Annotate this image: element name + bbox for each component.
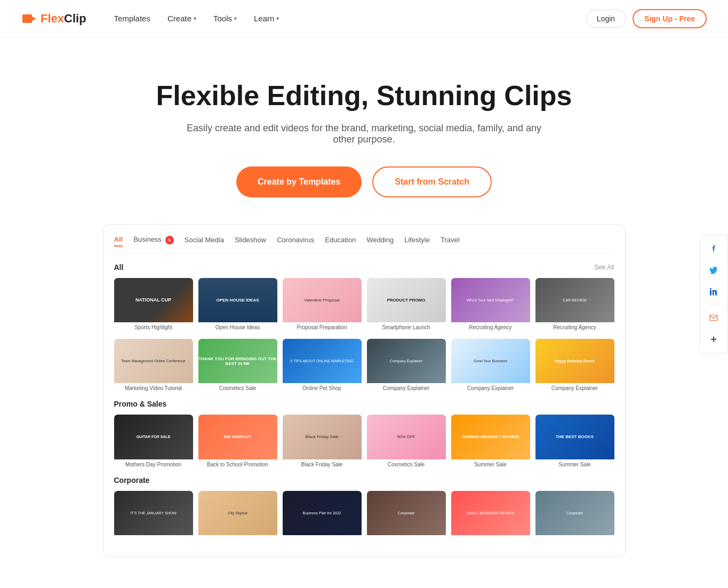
twitter-button[interactable] <box>704 261 723 280</box>
business-badge: N <box>165 236 174 244</box>
thumb-sports: NATIONAL CUP <box>114 278 193 322</box>
learn-chevron-icon: ▾ <box>276 15 279 21</box>
template-marketing[interactable]: Team Management Online Conference Market… <box>114 339 193 391</box>
facebook-icon <box>709 245 718 253</box>
thumb-corp3: Business Plan for 2022 <box>283 491 362 535</box>
thumb-company2: Grow Your Business <box>451 339 530 383</box>
template-proposal[interactable]: Valentine Proposal Proposal Preparation <box>283 278 362 330</box>
template-corp6[interactable]: Corporate <box>535 491 614 537</box>
logo[interactable]: FlexClip <box>21 10 86 27</box>
label-recruiting2: Recruiting Agency <box>535 324 614 330</box>
template-birthday[interactable]: Happy Birthday Daniel Company Explainer <box>535 339 614 391</box>
promo-section-title: Promo & Sales <box>114 400 167 408</box>
label-sports: Sports Highlight <box>114 324 193 330</box>
thumb-summer2: THE BEST BOOKS <box>535 415 614 459</box>
thumb-company1: Company Explainer <box>367 339 446 383</box>
label-smartphone: Smartphone Launch <box>367 324 446 330</box>
label-recruiting1: Recruiting Agency <box>451 324 530 330</box>
create-chevron-icon: ▾ <box>194 15 196 21</box>
navbar: FlexClip Templates Create ▾ Tools ▾ Lear… <box>0 0 728 37</box>
tab-coronavirus[interactable]: Coronavirus <box>277 236 314 246</box>
email-icon <box>709 314 718 322</box>
hero-subheadline: Easily create and edit videos for the br… <box>178 123 551 145</box>
tab-education[interactable]: Education <box>325 236 356 246</box>
template-corp2[interactable]: City Skyline <box>198 491 277 537</box>
template-corp3[interactable]: Business Plan for 2022 <box>283 491 362 537</box>
template-cosmetics2[interactable]: 50% OFF Cosmetics Sale <box>367 415 446 467</box>
template-cosmetics[interactable]: THANK YOU FOR BRINGING OUT THE BEST IN M… <box>198 339 277 391</box>
tab-slideshow[interactable]: Slideshow <box>235 236 266 246</box>
template-summer2[interactable]: THE BEST BOOKS Summer Sale <box>535 415 614 467</box>
logo-icon <box>21 10 38 27</box>
tab-travel[interactable]: Travel <box>441 236 460 246</box>
template-company2[interactable]: Grow Your Business Company Explainer <box>451 339 530 391</box>
nav-tools[interactable]: Tools ▾ <box>207 10 243 27</box>
template-sports[interactable]: NATIONAL CUP Sports Highlight <box>114 278 193 330</box>
linkedin-button[interactable] <box>704 282 723 301</box>
label-company2: Company Explainer <box>451 385 530 391</box>
thumb-corp5: SMALL BUSINESS REVIEW <box>451 491 530 535</box>
nav-learn[interactable]: Learn ▾ <box>247 10 285 27</box>
thumb-cosmetics: THANK YOU FOR BRINGING OUT THE BEST IN M… <box>198 339 277 383</box>
template-company1[interactable]: Company Explainer Company Explainer <box>367 339 446 391</box>
more-share-button[interactable]: + <box>704 330 723 349</box>
thumb-petshop: 5 TIPS ABOUT ONLINE MARKETING <box>283 339 362 383</box>
facebook-button[interactable] <box>704 240 723 259</box>
thumb-school: $20 HAIRCUT <box>198 415 277 459</box>
tab-lifestyle[interactable]: Lifestyle <box>404 236 430 246</box>
template-corp5[interactable]: SMALL BUSINESS REVIEW <box>451 491 530 537</box>
template-corp1[interactable]: IT'S THE JANUARY SHOW <box>114 491 193 537</box>
tab-business[interactable]: Business N <box>133 235 173 247</box>
template-corp4[interactable]: Corporate <box>367 491 446 537</box>
template-petshop[interactable]: 5 TIPS ABOUT ONLINE MARKETING Online Pet… <box>283 339 362 391</box>
thumb-corp1: IT'S THE JANUARY SHOW <box>114 491 193 535</box>
see-all-link[interactable]: See All <box>594 264 614 271</box>
thumb-birthday: Happy Birthday Daniel <box>535 339 614 383</box>
template-recruiting2[interactable]: CAR REVIEW Recruiting Agency <box>535 278 614 330</box>
corporate-section-header: Corporate <box>114 476 614 484</box>
label-mothers: Mothers Day Promotion <box>114 462 193 467</box>
svg-rect-0 <box>22 14 32 23</box>
nav-templates[interactable]: Templates <box>108 10 157 27</box>
tools-chevron-icon: ▾ <box>234 15 237 21</box>
thumb-cosmetics2: 50% OFF <box>367 415 446 459</box>
email-button[interactable] <box>704 308 723 328</box>
thumb-smartphone: PRODUCT PROMO <box>367 278 446 322</box>
promo-template-grid: GUITAR FOR SALE Mothers Day Promotion $2… <box>114 415 614 467</box>
thumb-corp6: Corporate <box>535 491 614 535</box>
tab-wedding[interactable]: Wedding <box>366 236 394 246</box>
svg-marker-1 <box>32 17 36 21</box>
hero-buttons: Create by Templates Start from Scratch <box>21 166 707 197</box>
tab-all[interactable]: All <box>114 235 123 247</box>
template-mothers[interactable]: GUITAR FOR SALE Mothers Day Promotion <box>114 415 193 467</box>
tab-socialmedia[interactable]: Social Media <box>185 236 224 246</box>
template-school[interactable]: $20 HAIRCUT Back to School Promotion <box>198 415 277 467</box>
login-button[interactable]: Login <box>586 10 626 28</box>
nav-actions: Login Sign Up - Free <box>586 9 707 28</box>
signup-button[interactable]: Sign Up - Free <box>633 9 707 28</box>
label-marketing: Marketing Video Tutorial <box>114 385 193 391</box>
template-blackfriday[interactable]: Black Friday Sale Black Friday Sale <box>283 415 362 467</box>
template-openhouse[interactable]: OPEN HOUSE IDEAS Open House Ideas <box>198 278 277 330</box>
label-cosmetics2: Cosmetics Sale <box>367 462 446 467</box>
all-section-title: All <box>114 263 124 272</box>
label-proposal: Proposal Preparation <box>283 324 362 330</box>
thumb-summer1: GAMING HEADSET REVIEW <box>451 415 530 459</box>
template-summer1[interactable]: GAMING HEADSET REVIEW Summer Sale <box>451 415 530 467</box>
start-scratch-button[interactable]: Start from Scratch <box>372 166 492 197</box>
template-smartphone[interactable]: PRODUCT PROMO Smartphone Launch <box>367 278 446 330</box>
label-cosmetics: Cosmetics Sale <box>198 385 277 391</box>
thumb-mothers: GUITAR FOR SALE <box>114 415 193 459</box>
template-recruiting1[interactable]: Who's Your Next Employee? Recruiting Age… <box>451 278 530 330</box>
nav-create[interactable]: Create ▾ <box>161 10 203 27</box>
create-templates-button[interactable]: Create by Templates <box>236 166 362 197</box>
logo-text: FlexClip <box>41 12 86 26</box>
twitter-icon <box>709 266 718 275</box>
thumb-corp4: Corporate <box>367 491 446 535</box>
label-openhouse: Open House Ideas <box>198 324 277 330</box>
all-template-grid-2: Team Management Online Conference Market… <box>114 339 614 391</box>
svg-rect-2 <box>710 290 711 296</box>
label-summer2: Summer Sale <box>535 462 614 467</box>
social-divider <box>707 305 720 305</box>
thumb-recruiting1: Who's Your Next Employee? <box>451 278 530 322</box>
